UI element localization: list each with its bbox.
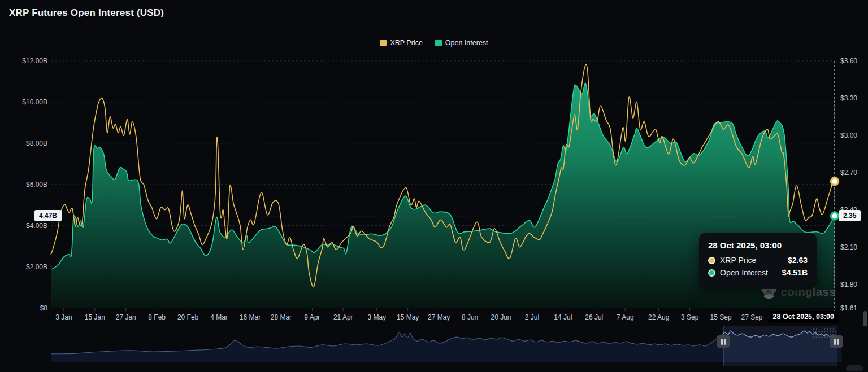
x-axis-label: 27 May [428,313,450,321]
y-axis-left-label: $0 [40,304,48,312]
x-axis-label: 27 Sep [741,313,762,321]
x-axis-label: 20 Jun [491,313,511,321]
x-axis-label: 26 Jul [585,313,603,321]
drag-handle-icon [837,339,839,345]
y-axis-right-label: $2.10 [840,243,857,251]
x-axis-label: 22 Aug [648,313,669,321]
x-axis-label: 16 Mar [240,313,261,321]
y-axis-right-label: $2.70 [840,169,857,177]
navigator-left-handle[interactable] [717,335,730,348]
drag-handle-icon [834,339,836,345]
crosshair-price-label: 2.35 [839,210,861,221]
tooltip-label: XRP Price [720,256,756,265]
x-axis-label: 15 Jan [85,313,105,321]
x-axis-label: 15 May [397,313,419,321]
x-axis-label: 27 Jan [116,313,136,321]
x-axis-label: 2 Jul [525,313,539,321]
y-axis-left-label: $4.00B [26,222,47,230]
x-axis-label: 7 Aug [617,313,634,321]
x-axis-label: 28 Mar [271,313,292,321]
drag-handle-icon [724,339,726,345]
x-axis-label: 9 Apr [304,313,320,321]
oi-dot-icon [708,269,715,277]
x-axis-label: 3 Sep [681,313,699,321]
tooltip-value: $2.63 [788,256,808,265]
y-axis-right-label: $3.60 [840,57,857,65]
y-axis-left-label: $6.00B [26,181,47,189]
navigator-right-handle[interactable] [830,335,843,348]
y-axis-right-label: $1.80 [840,281,857,288]
price-marker [831,178,839,185]
tooltip-row-price: XRP Price $2.63 [708,256,808,265]
chart-tooltip: 28 Oct 2025, 03:00 XRP Price $2.63 Open … [699,233,817,289]
tooltip-row-oi: Open Interest $4.51B [708,268,808,277]
vertical-scrollbar-thumb[interactable] [863,311,867,326]
x-axis-label: 21 Apr [333,313,353,321]
y-axis-right-label: $3.30 [840,94,857,102]
crosshair-date-label: 28 Oct 2025, 03:00 [769,311,839,323]
y-axis-left-label: $2.00B [26,263,47,271]
x-axis-label: 3 Jan [55,313,72,321]
y-axis-left-label: $10.00B [22,98,47,106]
tooltip-label: Open Interest [720,268,768,277]
x-axis-label: 20 Feb [177,313,199,321]
x-axis-label: 4 Mar [210,313,228,321]
x-axis-label: 3 May [367,313,386,321]
x-axis-label: 8 Jun [462,313,478,321]
y-axis-right-label: $3.00 [840,132,857,139]
tooltip-value: $4.51B [782,268,808,277]
oi-marker [831,212,839,220]
horizontal-scrollbar-thumb[interactable] [846,365,863,371]
main-chart[interactable]: $12.00B$10.00B$8.00B$6.00B$4.00B$2.00B$0… [0,0,868,372]
y-axis-left-label: $8.00B [26,139,47,147]
price-dot-icon [708,257,715,264]
x-axis-label: 8 Feb [148,313,166,321]
x-axis-label: 15 Sep [710,313,732,321]
y-axis-right-label: $1.61 [840,304,857,312]
drag-handle-icon [721,339,723,345]
x-axis-label: 14 Jul [554,313,572,321]
tooltip-date: 28 Oct 2025, 03:00 [708,240,808,250]
crosshair-oi-label: 4.47B [34,210,62,221]
y-axis-left-label: $12.00B [22,57,47,65]
